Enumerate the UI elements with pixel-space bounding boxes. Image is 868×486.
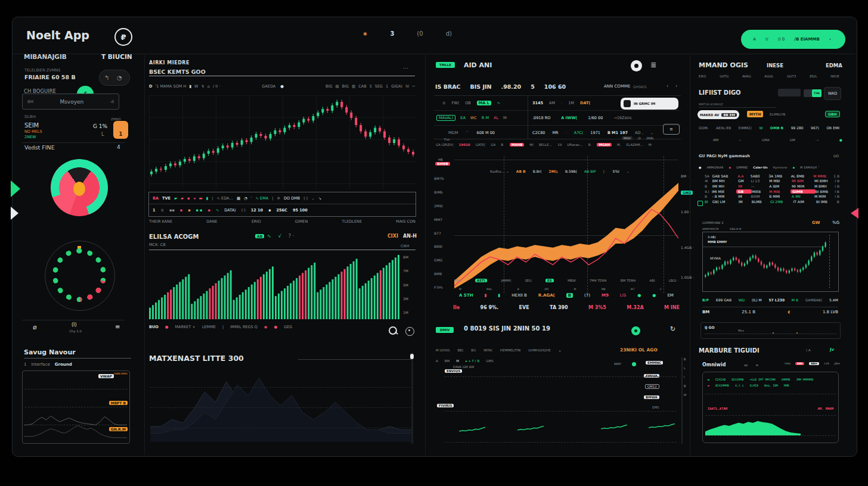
volume-bar-chart[interactable]	[149, 253, 401, 319]
token[interactable]: MGAH	[597, 143, 612, 147]
history-pill[interactable]: ↰◔	[99, 70, 130, 86]
token[interactable]: 1	[386, 84, 388, 89]
token[interactable]: GIGA)	[391, 84, 402, 89]
scrollbar-thumb[interactable]	[410, 354, 414, 359]
depth-table[interactable]: 5AGAB 5ABA.A5AB03A 1MBAL 8MBM MMB1 B4IBM…	[705, 173, 839, 204]
token[interactable]: GM12	[645, 384, 659, 389]
token[interactable]: BIG	[342, 84, 349, 89]
token[interactable]: D	[149, 84, 152, 89]
search-icon[interactable]	[389, 326, 397, 335]
token[interactable]: ↰	[104, 74, 109, 81]
token[interactable]: ◔	[244, 196, 247, 201]
token[interactable]: ∿ EDA…	[217, 196, 233, 201]
market-tab[interactable]: AGUL	[764, 74, 773, 78]
bottom-pair-badge[interactable]: DMIV	[436, 327, 454, 333]
token[interactable]: GHMHGHGHE	[528, 348, 551, 352]
volume-badge[interactable]: AB	[255, 234, 264, 238]
amount-input[interactable]	[778, 89, 801, 96]
token[interactable]: ⌐	[413, 84, 416, 89]
market-tab[interactable]: IWOE	[830, 74, 839, 78]
token[interactable]: MA L	[477, 101, 491, 105]
middle-scrollbar[interactable]	[681, 357, 683, 444]
right-badge-top[interactable]: EMMNC	[646, 361, 663, 364]
token[interactable]: BB)	[458, 348, 464, 352]
left-badge-2[interactable]: FIVIRIS	[437, 404, 454, 407]
token[interactable]: '1 MAMA SOM H	[155, 84, 186, 89]
mini-badge-2[interactable]: M8PT B	[109, 401, 128, 405]
market-tab[interactable]: GU73	[787, 74, 796, 78]
market-tab[interactable]: GIITG	[720, 74, 728, 78]
checkbox[interactable]	[698, 201, 703, 206]
token[interactable]: BBH	[809, 362, 819, 365]
edit-icon[interactable]: ø	[33, 323, 37, 331]
mini-badge-3[interactable]: GN.R.M	[109, 427, 128, 431]
token[interactable]: Kadha… ⌄	[490, 169, 509, 173]
band-area-chart[interactable]	[454, 156, 678, 293]
wad-button[interactable]: WAD	[824, 87, 841, 100]
token[interactable]: IV	[405, 84, 409, 89]
account-icon[interactable]	[405, 327, 414, 336]
market-tab[interactable]: AVAG	[742, 74, 751, 78]
token[interactable]: / II ·	[213, 84, 220, 89]
token[interactable]: ≡	[442, 101, 445, 105]
token[interactable]: ▥	[352, 84, 355, 89]
maker-pill[interactable]: MAKED AV BB EM	[698, 110, 739, 119]
menu-icon[interactable]: ≡	[115, 323, 120, 330]
token[interactable]: BUO	[149, 325, 159, 329]
token[interactable]: I/	[765, 37, 768, 42]
gbh-badge[interactable]: GBH	[825, 111, 840, 117]
myth-badge[interactable]: MYTH	[747, 111, 763, 117]
left-badge-1[interactable]: ENVIUS	[445, 369, 462, 373]
token[interactable]: (I 0	[778, 37, 785, 42]
token[interactable]: BMWA	[644, 395, 659, 399]
table-row[interactable]: 5AGAB 5ABA.A5AB03A 1MBAL 8MBM MMB1 B	[705, 173, 839, 179]
token[interactable]: ⌂	[207, 84, 210, 89]
token[interactable]: LEMME	[202, 325, 216, 329]
token[interactable]: ↯	[201, 84, 204, 89]
refresh-icon[interactable]: ↻	[670, 325, 675, 333]
token[interactable]: DO DMB	[284, 196, 300, 201]
record-icon[interactable]	[631, 60, 642, 71]
prev-arrow[interactable]: ‹	[666, 83, 668, 89]
market-tab[interactable]: EIKI)	[699, 74, 706, 78]
token[interactable]: MAHB	[510, 143, 525, 147]
token[interactable]: /B EIAMMB	[794, 37, 819, 42]
token[interactable]: ▦	[237, 196, 240, 201]
token[interactable]: ▤	[335, 84, 339, 89]
token[interactable]: ◔	[117, 74, 122, 81]
token[interactable]: ≡	[161, 208, 164, 213]
token[interactable]: BO	[471, 348, 476, 352]
token[interactable]: MARKET +	[175, 325, 195, 329]
token[interactable]: ∿ EMA	[256, 196, 269, 201]
token[interactable]: CAB	[358, 84, 366, 89]
market-tab[interactable]: ZIUL	[810, 74, 817, 78]
token[interactable]: A	[753, 37, 756, 42]
token[interactable]: ▮	[189, 84, 191, 89]
table-row[interactable]: 4.IIMI MIEGBMIEBM MIBGIMBBI BMBI B	[705, 189, 839, 194]
info-icon[interactable]: (I)	[72, 322, 77, 328]
token[interactable]: SEG	[375, 84, 383, 89]
table-row[interactable]: 4IBM MHGMLI 23M MBIMI BIMMI BMHI B	[705, 179, 839, 184]
token[interactable]: ⌄	[311, 196, 314, 201]
logo-icon[interactable]: ₽	[114, 28, 132, 46]
token[interactable]: GEG	[284, 325, 292, 329]
list-icon[interactable]: ≣	[650, 61, 656, 69]
grid-mode-card[interactable]: IN GRMC IM	[621, 98, 678, 110]
connect-wallet-button[interactable]: AI/(I 0/B EIAMMB›	[741, 30, 845, 49]
token[interactable]: ›	[829, 37, 831, 42]
token[interactable]: HEMMELITIN	[500, 348, 520, 352]
token[interactable]: MAVAL)	[436, 115, 455, 121]
watchlist-scrollbar[interactable]	[411, 353, 413, 444]
next-arrow[interactable]: ›	[675, 83, 677, 89]
more-menu-icon[interactable]: ···	[403, 66, 408, 71]
token[interactable]: IMMIL REGS Q	[230, 325, 258, 329]
swap-button[interactable]: 1	[113, 121, 128, 139]
token[interactable]: M GHSIS	[436, 348, 450, 352]
token[interactable]: W	[194, 84, 198, 89]
token[interactable]: EMI	[795, 362, 804, 365]
vwap-badge[interactable]: VWAP	[98, 374, 114, 378]
expand-button[interactable]: ≡	[663, 124, 680, 135]
table-row[interactable]: BIGB) LMIMBLMBGI 2MBIT AIMBI IMBB	[705, 199, 839, 204]
table-row[interactable]: B- B MMIMBRIMB MMIA IMIM MIMI B	[705, 194, 839, 199]
token[interactable]: EMIVA	[644, 374, 659, 378]
